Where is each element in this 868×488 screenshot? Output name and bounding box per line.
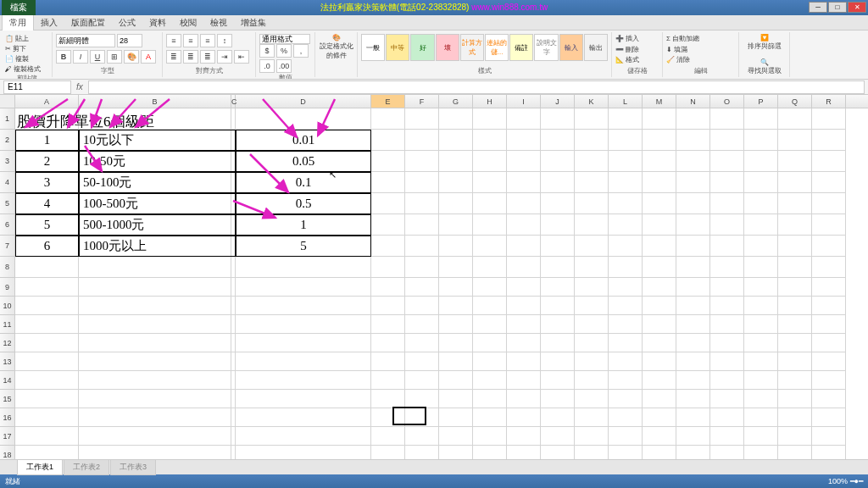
tab-常用[interactable]: 常用 [2,14,34,30]
cell-M11[interactable] [643,315,676,334]
cell-H5[interactable] [473,193,507,214]
cell-L9[interactable] [609,278,643,297]
cell-H1[interactable] [473,108,507,130]
cell-N9[interactable] [676,278,710,297]
cell-H8[interactable] [473,257,507,278]
cell-K12[interactable] [575,334,609,352]
cell-P10[interactable] [744,297,778,315]
cell-H13[interactable] [473,352,507,371]
cell-M8[interactable] [643,257,676,278]
cell-I18[interactable] [507,446,541,459]
cell-G18[interactable] [439,446,473,459]
cell-A17[interactable] [15,427,79,446]
cell-N7[interactable] [676,236,710,257]
cell-E12[interactable] [371,334,405,352]
cell-Q9[interactable] [778,278,812,297]
cell-H10[interactable] [473,297,507,315]
cell-O16[interactable] [710,408,744,427]
cell-O15[interactable] [710,390,744,408]
cell-J15[interactable] [541,390,575,408]
maximize-button[interactable]: □ [828,2,847,13]
cell-M18[interactable] [643,446,676,459]
col-header-G[interactable]: G [439,95,473,108]
cell-H17[interactable] [473,427,507,446]
cell-M6[interactable] [643,214,676,236]
name-box[interactable] [3,80,71,94]
cell-Q16[interactable] [778,408,812,427]
cell-F6[interactable] [405,214,439,236]
row-header-13[interactable]: 13 [0,352,15,371]
font-color-button[interactable]: A [141,50,156,64]
cell-G12[interactable] [439,334,473,352]
cell-N6[interactable] [676,214,710,236]
cell-H12[interactable] [473,334,507,352]
cell-R18[interactable] [812,446,846,459]
cell-D16[interactable] [236,408,371,427]
style-說明文字[interactable]: 說明文字 [534,34,558,61]
cell-M7[interactable] [643,236,676,257]
cell-Q8[interactable] [778,257,812,278]
cell-P13[interactable] [744,352,778,371]
cell-J6[interactable] [541,214,575,236]
cell-F12[interactable] [405,334,439,352]
tab-插入[interactable]: 插入 [34,15,64,30]
row-header-14[interactable]: 14 [0,371,15,390]
cell-J4[interactable] [541,172,575,193]
cell-H14[interactable] [473,371,507,390]
cell-G4[interactable] [439,172,473,193]
cell-N4[interactable] [676,172,710,193]
cell-G17[interactable] [439,427,473,446]
cell-J1[interactable] [541,108,575,130]
cell-O1[interactable] [710,108,744,130]
cell-O2[interactable] [710,130,744,151]
cell-B14[interactable] [79,371,231,390]
cell-N17[interactable] [676,427,710,446]
cell-K13[interactable] [575,352,609,371]
formula-bar[interactable] [88,80,865,94]
cell-J12[interactable] [541,334,575,352]
cell-L1[interactable] [609,108,643,130]
cell-B16[interactable] [79,408,231,427]
cell-N12[interactable] [676,334,710,352]
col-header-L[interactable]: L [609,95,643,108]
cell-F11[interactable] [405,315,439,334]
cell-P5[interactable] [744,193,778,214]
cell-I1[interactable] [507,108,541,130]
cell-O10[interactable] [710,297,744,315]
cell-I8[interactable] [507,257,541,278]
number-format[interactable] [259,34,310,44]
row-header-15[interactable]: 15 [0,390,15,408]
cell-I7[interactable] [507,236,541,257]
cell-O18[interactable] [710,446,744,459]
cell-N13[interactable] [676,352,710,371]
cell-F8[interactable] [405,257,439,278]
cell-G13[interactable] [439,352,473,371]
cell-G15[interactable] [439,390,473,408]
cell-L18[interactable] [609,446,643,459]
cell-L16[interactable] [609,408,643,427]
cell-B13[interactable] [79,352,231,371]
cell-L17[interactable] [609,427,643,446]
styles-gallery[interactable]: 一般中等好壞計算方式連結的儲...備註說明文字輸入輸出 [361,34,608,61]
cell-Q7[interactable] [778,236,812,257]
cell-O4[interactable] [710,172,744,193]
style-備註[interactable]: 備註 [509,34,533,61]
italic-button[interactable]: I [73,50,88,64]
cell-H9[interactable] [473,278,507,297]
cell-I17[interactable] [507,427,541,446]
close-button[interactable]: ✕ [848,2,866,13]
cell-H11[interactable] [473,315,507,334]
cell-J13[interactable] [541,352,575,371]
file-tab[interactable]: 檔案 [2,0,36,15]
sheet-tab-工作表3[interactable]: 工作表3 [110,459,156,475]
cell-H2[interactable] [473,130,507,151]
fill-color-button[interactable]: 🎨 [124,50,139,64]
worksheet[interactable]: ABCDEFGHIJKLMNOPQR 123456789101112131415… [0,95,868,459]
cell-A12[interactable] [15,334,79,352]
cell-F5[interactable] [405,193,439,214]
cell-P2[interactable] [744,130,778,151]
cell-K3[interactable] [575,151,609,172]
style-一般[interactable]: 一般 [361,34,385,61]
cell-G11[interactable] [439,315,473,334]
cell-D15[interactable] [236,390,371,408]
